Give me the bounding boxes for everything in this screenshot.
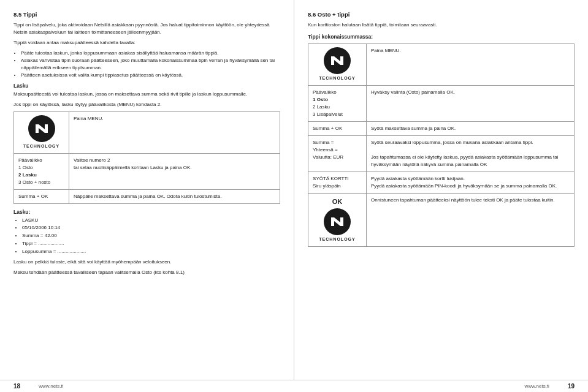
nets-logo-text-right: TECHNOLOGY (319, 75, 355, 82)
left-para1: Tippi on lisäpalvelu, joka aktivoidaan N… (13, 21, 280, 36)
table-row: Summa =Yhteensä =Valuutta: EUR Syötä seu… (308, 135, 575, 172)
nets-logo-text-ok: TECHNOLOGY (319, 236, 355, 243)
left-section-title: 8.5 Tippi (13, 11, 280, 18)
lasku-para: Maksupaätteestä voi tulostaa laskun, jos… (13, 91, 280, 98)
menu-col: Päävalikko1 Osto2 Lasku3 Osto + nosto (14, 153, 69, 189)
lasku-subtitle: Lasku: (13, 209, 280, 215)
ok-label: OK (313, 197, 362, 207)
table-row: Summa + OK Syötä maksettava summa ja pai… (308, 121, 575, 135)
table-row: SYÖTÄ KORTTISiru yläspäin Pyydä asiakast… (308, 172, 575, 193)
right-table-cell-menu: Paina MENU. (367, 44, 575, 86)
table-row: Päävalikko1 Osto2 Lasku3 Osto + nosto Va… (14, 153, 280, 189)
nets-logo-text: TECHNOLOGY (23, 143, 59, 150)
lasku-title: Lasku (13, 83, 280, 89)
nets-logo-circle-ok (324, 208, 351, 235)
lasku-item-1: LASKU (22, 217, 280, 225)
instruction-line1: Valitse numero 2 (74, 157, 110, 163)
nets-logo-ok: TECHNOLOGY (313, 208, 362, 243)
lasku-end1: Lasku on pelkkä tuloste, eikä sitä voi k… (13, 258, 280, 266)
left-page-num: 18 (13, 383, 20, 390)
left-instruction-table: TECHNOLOGY Paina MENU. Päävalikko1 Osto2… (13, 111, 280, 204)
table-instruction-col: Valitse numero 2 tai selaa nuolinäppäime… (69, 153, 280, 189)
left-page: 8.5 Tippi Tippi on lisäpalvelu, joka akt… (0, 0, 294, 380)
left-para2: Tippiä voidaan antaa maksupaätteessä kah… (13, 39, 280, 47)
right-menu-col-5: SYÖTÄ KORTTISiru yläspäin (308, 172, 367, 193)
left-footer-url: www.nets.fi (39, 383, 63, 389)
lasku-para2: Jos tippi on käytössä, lasku löytyy pääv… (13, 101, 280, 108)
table-row: Summa + OK Näppäile maksettava summa ja … (14, 189, 280, 203)
right-page: 8.6 Osto + tippi Kun korttioston halutaa… (294, 0, 588, 380)
lasku-end2: Maksu tehdään päätteessä tavalliseen tap… (13, 269, 280, 276)
summa-label-cell: Summa + OK (14, 189, 69, 203)
lasku-item-3: Summa = 42.00 (22, 232, 280, 240)
right-table-instruction-2: Hyväksy valinta (Osto) painamalla OK. (367, 85, 575, 121)
right-menu-col-2: Päävalikko1 Osto2 Lasku3 Lisäpalvelut (308, 85, 367, 121)
right-logo-cell: TECHNOLOGY (308, 44, 367, 86)
page-container: 8.5 Tippi Tippi on lisäpalvelu, joka akt… (0, 0, 588, 380)
table-row: TECHNOLOGY Paina MENU. (14, 112, 280, 154)
right-menu-col-4: Summa =Yhteensä =Valuutta: EUR (308, 135, 367, 172)
right-menu-col-3: Summa + OK (308, 121, 367, 135)
instruction-line2: tai selaa nuolinäppäimellä kohtaan Lasku… (74, 165, 192, 170)
menu-label: Päävalikko1 Osto2 Lasku3 Osto + nosto (18, 157, 50, 185)
left-bullet-2: Asiakas vahvistaa tipin suoraan päättees… (21, 57, 280, 72)
lasku-item-4: Tippi = ................... (22, 240, 280, 248)
lasku-item-2: 05/10/2006 10:14 (22, 224, 280, 232)
left-bullets: Pääte tulostaa laskun, jonka loppusummaa… (21, 50, 280, 79)
right-page-num: 19 (568, 383, 575, 390)
left-bullet-3: Päätteen asetuksissa voit valita kumpi t… (21, 72, 280, 79)
right-table-instruction-6: Onnistuneen tapahtuman päätteeksi näyttö… (367, 193, 575, 246)
lasku-item-5: Loppusumma = ..................... (22, 248, 280, 256)
table-row: OK TECHNOLOGY Onnistuneen tapahtuman pää… (308, 193, 575, 246)
footer-right: www.nets.fi 19 (524, 383, 575, 390)
logo-cell: TECHNOLOGY (14, 112, 69, 154)
nets-logo-svg-right (328, 51, 346, 70)
nets-logo: TECHNOLOGY (18, 115, 64, 150)
table-row: Päävalikko1 Osto2 Lasku3 Lisäpalvelut Hy… (308, 85, 575, 121)
nets-logo-svg (32, 119, 51, 138)
right-table-instruction-5: Pyydä asiakasta syöttämään kortti lukija… (367, 172, 575, 193)
right-table-instruction-4: Syötä seuraavaksi loppusumma, jossa on m… (367, 135, 575, 172)
footer: 18 www.nets.fi www.nets.fi 19 (0, 380, 588, 392)
right-para1: Kun korttioston halutaan lisätä tippiä, … (308, 21, 575, 29)
right-ok-logo-cell: OK TECHNOLOGY (308, 193, 367, 246)
nets-logo-circle (28, 115, 55, 142)
right-table-instruction-3: Syötä maksettava summa ja paina OK. (367, 121, 575, 135)
tippi-summary-title: Tippi kokonaissummassa: (308, 34, 575, 40)
nets-logo-circle-right (324, 47, 351, 74)
table-cell-menu: Paina MENU. (69, 112, 280, 154)
nets-logo-svg-ok (328, 213, 346, 231)
lasku-list: LASKU 05/10/2006 10:14 Summa = 42.00 Tip… (22, 217, 280, 256)
right-instruction-table: TECHNOLOGY Paina MENU. Päävalikko1 Osto2… (308, 43, 575, 247)
right-section-title: 8.6 Osto + tippi (308, 11, 575, 18)
summa-instruction: Näppäile maksettava summa ja paina OK. O… (69, 189, 280, 203)
table-row: TECHNOLOGY Paina MENU. (308, 44, 575, 86)
footer-left: 18 www.nets.fi (13, 383, 64, 390)
menu-bold-item: 2 Lasku (18, 172, 37, 178)
nets-logo-right: TECHNOLOGY (313, 47, 362, 82)
right-footer-url: www.nets.fi (524, 383, 549, 389)
left-bullet-1: Pääte tulostaa laskun, jonka loppusummaa… (21, 50, 280, 57)
